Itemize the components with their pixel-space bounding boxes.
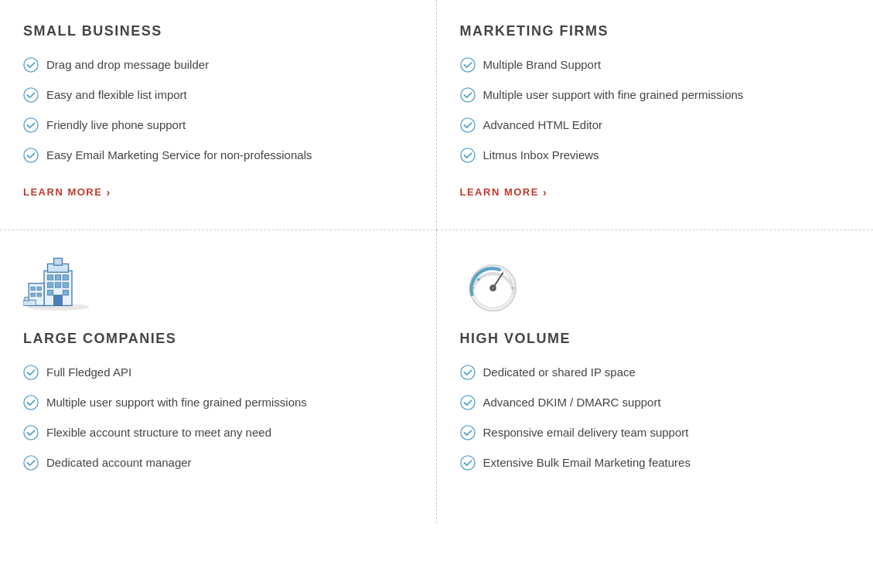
check-icon	[23, 87, 39, 103]
speedometer-illustration	[460, 253, 843, 315]
svg-point-0	[24, 58, 38, 72]
svg-point-4	[460, 58, 474, 72]
list-item: Multiple user support with fine grained …	[460, 87, 843, 103]
feature-text: Easy and flexible list import	[46, 87, 187, 103]
building-icon	[23, 256, 93, 314]
feature-text: Dedicated account manager	[46, 454, 192, 471]
svg-point-2	[24, 118, 38, 132]
svg-rect-19	[63, 290, 68, 294]
feature-text: Multiple user support with fine grained …	[46, 394, 307, 410]
check-icon	[460, 57, 476, 73]
feature-text: Advanced HTML Editor	[483, 117, 603, 133]
svg-point-5	[460, 88, 474, 102]
svg-point-39	[490, 286, 494, 290]
svg-rect-12	[48, 274, 53, 279]
check-icon	[23, 117, 39, 133]
svg-rect-27	[25, 297, 29, 301]
list-item: Multiple Brand Support	[460, 56, 843, 73]
svg-point-44	[460, 396, 474, 410]
feature-text: Drag and drop message builder	[46, 56, 209, 73]
list-item: Advanced HTML Editor	[460, 117, 843, 133]
check-icon	[460, 148, 476, 163]
high-volume-section: HIGH VOLUME Dedicated or shared IP space…	[437, 230, 874, 523]
check-icon	[23, 365, 39, 380]
check-icon	[23, 455, 39, 471]
list-item: Full Fledged API	[23, 364, 405, 380]
svg-point-42	[506, 278, 508, 280]
marketing-firms-features: Multiple Brand Support Multiple user sup…	[460, 56, 843, 163]
feature-text: Multiple Brand Support	[483, 56, 602, 73]
features-grid: SMALL BUSINESS Drag and drop message bui…	[0, 0, 873, 523]
feature-text: Flexible account structure to meet any n…	[46, 424, 271, 440]
list-item: Extensive Bulk Email Marketing features	[460, 454, 843, 471]
svg-rect-14	[63, 274, 68, 279]
svg-point-43	[460, 365, 474, 379]
list-item: Responsive email delivery team support	[460, 424, 843, 440]
feature-text: Extensive Bulk Email Marketing features	[483, 454, 691, 471]
small-business-title: SMALL BUSINESS	[23, 23, 405, 39]
feature-text: Advanced DKIM / DMARC support	[483, 394, 661, 410]
building-illustration	[23, 253, 405, 315]
list-item: Flexible account structure to meet any n…	[23, 424, 405, 440]
list-item: Easy and flexible list import	[23, 87, 405, 103]
svg-point-6	[460, 118, 474, 132]
check-icon	[460, 117, 476, 133]
small-business-learn-more[interactable]: LEARN MORE ›	[23, 186, 111, 199]
svg-point-1	[24, 88, 38, 102]
feature-text: Friendly live phone support	[46, 117, 186, 133]
large-companies-features: Full Fledged API Multiple user support w…	[23, 364, 405, 471]
list-item: Drag and drop message builder	[23, 56, 405, 73]
marketing-firms-learn-more[interactable]: LEARN MORE ›	[460, 186, 548, 199]
high-volume-features: Dedicated or shared IP space Advanced DK…	[460, 364, 843, 471]
check-icon	[23, 425, 39, 440]
large-companies-section: LARGE COMPANIES Full Fledged API Multipl…	[0, 230, 437, 523]
svg-point-29	[24, 396, 38, 410]
check-icon	[460, 425, 476, 440]
svg-rect-18	[48, 290, 53, 294]
marketing-firms-section: MARKETING FIRMS Multiple Brand Support M…	[437, 0, 874, 230]
large-companies-title: LARGE COMPANIES	[23, 331, 405, 347]
check-icon	[460, 365, 476, 380]
svg-point-45	[460, 426, 474, 440]
check-icon	[23, 148, 39, 163]
svg-rect-15	[48, 282, 53, 287]
feature-text: Litmus Inbox Previews	[483, 147, 599, 163]
check-icon	[460, 87, 476, 103]
high-volume-title: HIGH VOLUME	[460, 331, 843, 347]
svg-point-28	[24, 365, 38, 379]
arrow-icon: ›	[543, 186, 547, 199]
svg-rect-13	[55, 274, 60, 279]
feature-text: Easy Email Marketing Service for non-pro…	[46, 147, 312, 163]
check-icon	[23, 57, 39, 73]
list-item: Friendly live phone support	[23, 117, 405, 133]
feature-text: Multiple user support with fine grained …	[483, 87, 744, 103]
small-business-section: SMALL BUSINESS Drag and drop message bui…	[0, 0, 437, 230]
feature-text: Full Fledged API	[46, 364, 131, 380]
check-icon	[460, 395, 476, 410]
list-item: Dedicated account manager	[23, 454, 405, 471]
list-item: Litmus Inbox Previews	[460, 147, 843, 163]
check-icon	[460, 455, 476, 471]
small-business-features: Drag and drop message builder Easy and f…	[23, 56, 405, 163]
svg-rect-20	[54, 295, 63, 306]
svg-point-3	[24, 148, 38, 162]
svg-rect-24	[31, 293, 35, 297]
svg-rect-22	[31, 287, 35, 291]
svg-point-30	[24, 426, 38, 440]
svg-point-7	[460, 148, 474, 162]
list-item: Easy Email Marketing Service for non-pro…	[23, 147, 405, 163]
svg-rect-11	[54, 258, 63, 265]
svg-point-46	[460, 456, 474, 470]
svg-rect-25	[37, 293, 41, 297]
svg-point-31	[24, 456, 38, 470]
svg-rect-23	[37, 287, 41, 291]
speedometer-icon	[460, 256, 526, 314]
list-item: Multiple user support with fine grained …	[23, 394, 405, 410]
arrow-icon: ›	[106, 186, 111, 199]
list-item: Advanced DKIM / DMARC support	[460, 394, 843, 410]
feature-text: Responsive email delivery team support	[483, 424, 689, 440]
check-icon	[23, 395, 39, 410]
svg-point-40	[477, 278, 479, 280]
marketing-firms-title: MARKETING FIRMS	[460, 23, 843, 39]
svg-rect-17	[63, 282, 68, 287]
